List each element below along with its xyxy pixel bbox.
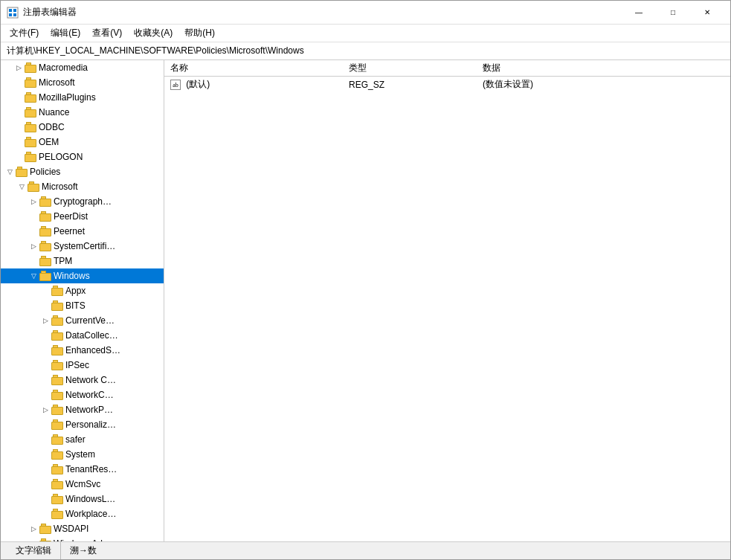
tree-item-wcmsvc[interactable]: WcmSvc xyxy=(1,477,164,492)
tree-item-networkc2[interactable]: NetworkC… xyxy=(1,387,164,402)
expand-icon xyxy=(13,136,25,148)
folder-icon xyxy=(51,345,63,355)
tree-item-bits[interactable]: BITS xyxy=(1,298,164,313)
menu-file[interactable]: 文件(F) xyxy=(4,25,45,41)
tree-item-mozillaplugins[interactable]: MozillaPlugins xyxy=(1,90,164,105)
tree-item-microsoft2[interactable]: ▽ Microsoft xyxy=(1,179,164,194)
status-left-text: 文字缩辑 xyxy=(16,544,51,557)
tree-item-policies[interactable]: ▽ Policies xyxy=(1,164,164,179)
folder-icon xyxy=(51,449,63,460)
cell-type: REG_SZ xyxy=(343,77,477,93)
window-controls: — □ ✕ xyxy=(622,1,724,25)
tree-item-wsdapi[interactable]: ▷ WSDAPI xyxy=(1,521,164,536)
tree-pane[interactable]: ▷ Macromedia Microsoft xyxy=(1,60,164,541)
tree-item-windowsad[interactable]: Windows Ad… xyxy=(1,536,164,541)
tree-item-windows[interactable]: ▽ Windows xyxy=(1,268,164,283)
expand-icon xyxy=(39,419,51,431)
folder-icon xyxy=(25,107,36,118)
col-header-name[interactable]: 名称 xyxy=(164,60,343,77)
menu-help[interactable]: 帮助(H) xyxy=(178,25,221,41)
col-header-data[interactable]: 数据 xyxy=(477,60,730,77)
expand-icon xyxy=(39,389,51,401)
folder-icon xyxy=(39,241,51,251)
menu-edit[interactable]: 编辑(E) xyxy=(45,25,86,41)
tree-item-pelogon[interactable]: PELOGON xyxy=(1,149,164,164)
tree-item-ipsec[interactable]: IPSec xyxy=(1,358,164,373)
app-icon xyxy=(7,7,19,19)
folder-icon xyxy=(51,330,63,341)
tree-item-windowsl[interactable]: WindowsL… xyxy=(1,492,164,506)
tree-label: NetworkC… xyxy=(65,390,114,400)
status-left: 文字缩辑 xyxy=(7,542,61,559)
close-button[interactable]: ✕ xyxy=(690,1,724,25)
tree-label: WcmSvc xyxy=(65,479,100,489)
expand-icon: ▷ xyxy=(28,240,39,252)
tree-label: Microsoft xyxy=(39,77,75,88)
folder-icon xyxy=(39,196,51,207)
status-right-text: 溯→数 xyxy=(70,544,97,557)
tree-item-peerdist[interactable]: PeerDist xyxy=(1,209,164,224)
menu-bar: 文件(F) 编辑(E) 查看(V) 收藏夹(A) 帮助(H) xyxy=(1,25,730,42)
tree-item-cryptograph[interactable]: ▷ Cryptograph… xyxy=(1,194,164,209)
tree-label: Network C… xyxy=(65,375,116,385)
folder-icon xyxy=(39,271,51,281)
folder-icon xyxy=(25,137,36,147)
expand-icon xyxy=(39,448,51,460)
folder-icon xyxy=(25,152,36,162)
folder-icon xyxy=(51,286,63,296)
expand-icon: ▽ xyxy=(4,166,16,178)
tree-item-networkp[interactable]: ▷ NetworkP… xyxy=(1,402,164,417)
expand-icon xyxy=(28,210,39,222)
folder-icon xyxy=(51,419,63,430)
tree-label: Macromedia xyxy=(39,62,88,73)
tree-item-appx[interactable]: Appx xyxy=(1,283,164,298)
tree-item-currentve[interactable]: ▷ CurrentVe… xyxy=(1,313,164,328)
expand-icon xyxy=(13,121,25,133)
tree-label: WindowsL… xyxy=(65,494,115,504)
tree-item-workplace[interactable]: Workplace… xyxy=(1,506,164,521)
tree-item-microsoft1[interactable]: Microsoft xyxy=(1,75,164,90)
folder-icon xyxy=(51,434,63,445)
tree-item-systemcertifi[interactable]: ▷ SystemCertifi… xyxy=(1,239,164,254)
table-row[interactable]: ab (默认) REG_SZ (数值未设置) xyxy=(164,77,730,93)
folder-icon xyxy=(51,405,63,415)
tree-item-personaliz[interactable]: Personaliz… xyxy=(1,417,164,432)
col-header-type[interactable]: 类型 xyxy=(343,60,477,77)
tree-item-enhanceds[interactable]: EnhancedS… xyxy=(1,343,164,358)
tree-item-odbc[interactable]: ODBC xyxy=(1,120,164,135)
tree-item-nuance[interactable]: Nuance xyxy=(1,105,164,120)
tree-label: TPM xyxy=(54,256,72,266)
main-content: ▷ Macromedia Microsoft xyxy=(1,60,730,541)
svg-rect-1 xyxy=(9,9,12,12)
folder-icon xyxy=(39,538,51,541)
tree-item-datacollec[interactable]: DataCollec… xyxy=(1,328,164,343)
tree-item-macromedia[interactable]: ▷ Macromedia xyxy=(1,60,164,75)
folder-icon xyxy=(39,524,51,534)
tree-item-system[interactable]: System xyxy=(1,447,164,462)
folder-icon xyxy=(51,300,63,311)
tree-label: SystemCertifi… xyxy=(54,241,115,251)
folder-icon xyxy=(51,494,63,504)
tree-item-oem[interactable]: OEM xyxy=(1,135,164,149)
minimize-button[interactable]: — xyxy=(622,1,656,25)
expand-icon xyxy=(39,329,51,341)
menu-favorites[interactable]: 收藏夹(A) xyxy=(128,25,178,41)
registry-table: 名称 类型 数据 ab (默认) REG_SZ (数值未设置) xyxy=(164,60,730,92)
tree-item-tenantres[interactable]: TenantRes… xyxy=(1,462,164,477)
tree-item-peernet[interactable]: Peernet xyxy=(1,224,164,239)
expand-icon xyxy=(28,225,39,237)
maximize-button[interactable]: □ xyxy=(656,1,690,25)
folder-icon xyxy=(51,375,63,385)
folder-icon xyxy=(39,211,51,222)
expand-icon xyxy=(39,493,51,505)
title-bar: 注册表编辑器 — □ ✕ xyxy=(1,1,730,25)
folder-icon xyxy=(25,122,36,132)
tree-item-tpm[interactable]: TPM xyxy=(1,254,164,268)
tree-item-networkc1[interactable]: Network C… xyxy=(1,373,164,387)
tree-label: Appx xyxy=(65,286,86,296)
tree-label: safer xyxy=(65,434,86,445)
tree-label: WSDAPI xyxy=(54,524,88,534)
tree-label: System xyxy=(65,449,95,460)
menu-view[interactable]: 查看(V) xyxy=(86,25,128,41)
tree-item-safer[interactable]: safer xyxy=(1,432,164,447)
